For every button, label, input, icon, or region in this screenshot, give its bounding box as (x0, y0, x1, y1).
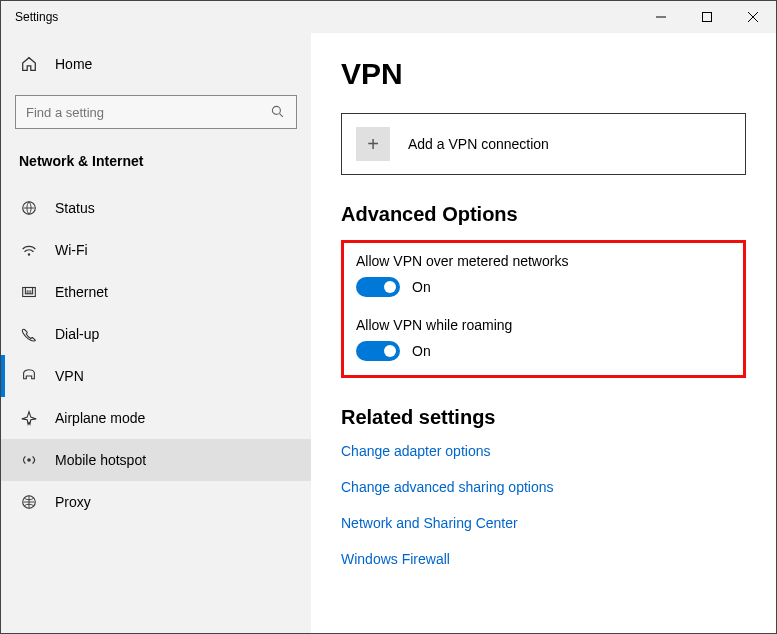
sidebar-item-label: Dial-up (55, 326, 99, 342)
svg-line-5 (280, 114, 283, 117)
sidebar-item-ethernet[interactable]: Ethernet (1, 271, 311, 313)
home-label: Home (55, 56, 92, 72)
search-field[interactable] (26, 105, 270, 120)
sidebar-item-hotspot[interactable]: Mobile hotspot (1, 439, 311, 481)
search-input[interactable] (15, 95, 297, 129)
toggle-knob (384, 281, 396, 293)
sidebar-item-label: Status (55, 200, 95, 216)
highlighted-options: Allow VPN over metered networks On Allow… (341, 240, 746, 378)
section-heading: Network & Internet (1, 143, 311, 187)
sidebar-item-label: VPN (55, 368, 84, 384)
sidebar-item-label: Airplane mode (55, 410, 145, 426)
toggle-knob (384, 345, 396, 357)
status-icon (19, 198, 39, 218)
sidebar-item-label: Mobile hotspot (55, 452, 146, 468)
roaming-label: Allow VPN while roaming (356, 317, 731, 333)
svg-rect-1 (703, 13, 712, 22)
sidebar-item-dialup[interactable]: Dial-up (1, 313, 311, 355)
active-indicator (1, 355, 5, 397)
link-center[interactable]: Network and Sharing Center (341, 515, 746, 531)
svg-point-13 (27, 458, 31, 462)
window-title: Settings (1, 10, 638, 24)
maximize-button[interactable] (684, 1, 730, 33)
metered-toggle-row: On (356, 277, 731, 297)
link-sharing[interactable]: Change advanced sharing options (341, 479, 746, 495)
body: Home Network & Internet Status Wi-Fi Eth… (1, 33, 776, 633)
plus-icon: + (356, 127, 390, 161)
minimize-button[interactable] (638, 1, 684, 33)
sidebar-item-wifi[interactable]: Wi-Fi (1, 229, 311, 271)
svg-point-4 (272, 106, 280, 114)
close-button[interactable] (730, 1, 776, 33)
roaming-toggle-row: On (356, 341, 731, 361)
search-icon (270, 104, 286, 120)
roaming-state: On (412, 343, 431, 359)
sidebar-item-status[interactable]: Status (1, 187, 311, 229)
window-controls (638, 1, 776, 33)
sidebar: Home Network & Internet Status Wi-Fi Eth… (1, 33, 311, 633)
wifi-icon (19, 240, 39, 260)
content-pane: VPN + Add a VPN connection Advanced Opti… (311, 33, 776, 633)
metered-state: On (412, 279, 431, 295)
sidebar-item-proxy[interactable]: Proxy (1, 481, 311, 523)
link-adapter[interactable]: Change adapter options (341, 443, 746, 459)
ethernet-icon (19, 282, 39, 302)
add-vpn-label: Add a VPN connection (408, 136, 549, 152)
metered-toggle[interactable] (356, 277, 400, 297)
svg-point-7 (28, 253, 30, 255)
home-button[interactable]: Home (1, 43, 311, 85)
sidebar-item-label: Wi-Fi (55, 242, 88, 258)
advanced-heading: Advanced Options (341, 203, 746, 226)
add-vpn-button[interactable]: + Add a VPN connection (341, 113, 746, 175)
sidebar-item-label: Proxy (55, 494, 91, 510)
airplane-icon (19, 408, 39, 428)
sidebar-item-label: Ethernet (55, 284, 108, 300)
hotspot-icon (19, 450, 39, 470)
roaming-toggle[interactable] (356, 341, 400, 361)
related-heading: Related settings (341, 406, 746, 429)
link-firewall[interactable]: Windows Firewall (341, 551, 746, 567)
titlebar: Settings (1, 1, 776, 33)
sidebar-item-vpn[interactable]: VPN (1, 355, 311, 397)
metered-label: Allow VPN over metered networks (356, 253, 731, 269)
dialup-icon (19, 324, 39, 344)
vpn-icon (19, 366, 39, 386)
home-icon (19, 54, 39, 74)
sidebar-item-airplane[interactable]: Airplane mode (1, 397, 311, 439)
proxy-icon (19, 492, 39, 512)
page-title: VPN (341, 57, 746, 91)
